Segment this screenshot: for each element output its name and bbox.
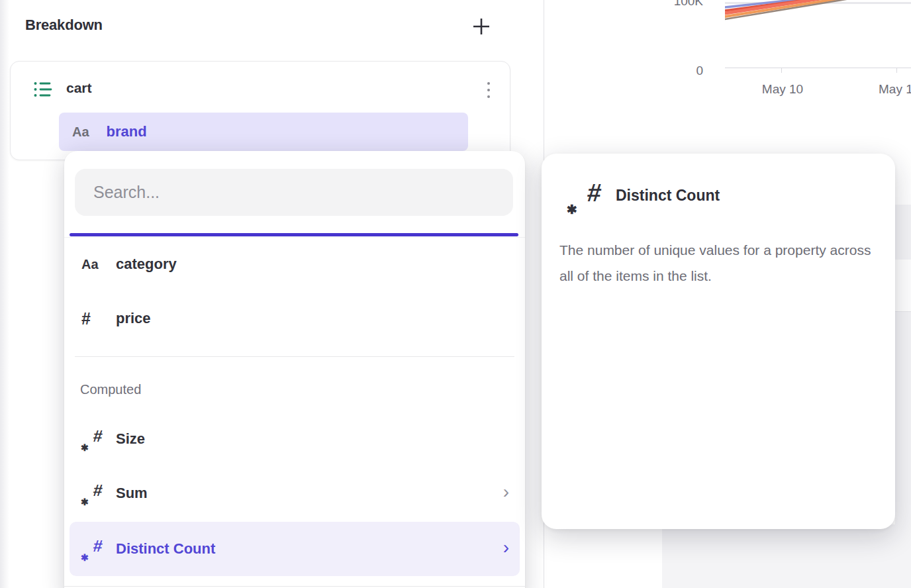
text-type-icon: Aa <box>81 257 99 272</box>
x-axis-label-may1: May 1 <box>879 82 911 97</box>
add-breakdown-button[interactable] <box>469 14 494 39</box>
x-axis-label-may10: May 10 <box>749 82 816 97</box>
app-viewport: 100K 0 May 10 May 1 Breakdown cart Aa br… <box>0 0 911 588</box>
section-divider <box>75 356 514 357</box>
tooltip-description: The number of unique values for a proper… <box>559 237 876 289</box>
property-chip-label: brand <box>107 123 147 140</box>
table-row-fragment <box>895 205 911 260</box>
dropdown-item-size[interactable]: #✱ Size <box>70 422 520 456</box>
search-box[interactable] <box>75 169 513 216</box>
dropdown-divider <box>64 237 525 238</box>
chevron-right-icon: › <box>503 483 509 504</box>
chart-line-series <box>725 0 911 28</box>
tooltip-title: Distinct Count <box>616 187 720 205</box>
dropdown-item-label: Distinct Count <box>116 540 215 558</box>
active-tab-indicator <box>70 233 518 236</box>
x-axis-tick <box>896 68 897 73</box>
x-axis-line <box>725 68 911 68</box>
section-divider <box>64 586 525 587</box>
property-dropdown: Aa category # price Computed #✱ Size #✱ … <box>64 151 525 588</box>
plus-icon <box>471 17 491 36</box>
dropdown-item-price[interactable]: # price <box>70 302 520 335</box>
page-left-gradient <box>0 0 9 588</box>
x-axis-tick <box>781 68 782 73</box>
dropdown-item-label: Sum <box>116 485 148 502</box>
dropdown-item-label: price <box>116 310 151 327</box>
computed-number-icon: #✱ <box>567 181 604 216</box>
list-property-icon <box>33 80 53 99</box>
dropdown-item-distinct-count[interactable]: #✱ Distinct Count › <box>70 522 520 576</box>
computed-section-label: Computed <box>80 382 141 397</box>
dropdown-item-category[interactable]: Aa category <box>70 249 520 279</box>
search-input[interactable] <box>75 169 513 216</box>
property-chip-brand[interactable]: Aa brand <box>59 113 468 151</box>
group-name: cart <box>66 80 92 96</box>
dropdown-item-label: Size <box>116 430 145 448</box>
kebab-menu-icon[interactable] <box>483 79 495 101</box>
y-axis-label-0: 0 <box>669 64 703 77</box>
table-header-fragment <box>662 524 911 588</box>
breakdown-group-card: cart Aa brand <box>10 61 510 160</box>
number-type-icon: # <box>81 309 91 328</box>
breakdown-title: Breakdown <box>25 17 103 34</box>
chevron-right-icon: › <box>503 538 509 560</box>
group-header-row: cart <box>11 79 510 100</box>
dropdown-item-sum[interactable]: #✱ Sum › <box>70 477 520 510</box>
y-axis-label-100k: 100K <box>655 0 703 8</box>
computed-number-icon: #✱ <box>81 428 104 450</box>
distinct-count-tooltip: #✱ Distinct Count The number of unique v… <box>542 154 895 529</box>
computed-number-icon: #✱ <box>81 483 104 504</box>
computed-number-icon: #✱ <box>81 538 104 560</box>
dropdown-item-label: category <box>116 256 177 273</box>
text-type-icon: Aa <box>72 124 89 140</box>
